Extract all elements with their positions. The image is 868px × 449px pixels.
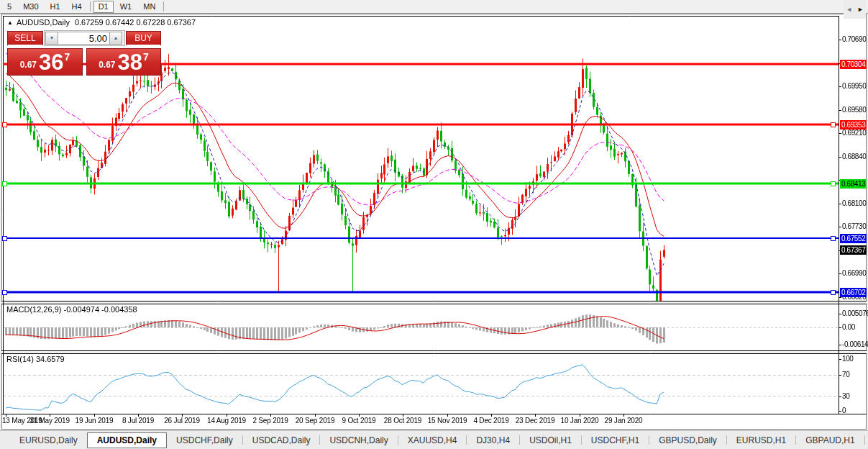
price-tick-label: 0.70690: [842, 35, 866, 44]
timeframe-button-h1[interactable]: H1: [45, 1, 65, 13]
price-badge-0.67552: 0.67552: [840, 234, 867, 243]
chart-tab-usdchf-daily[interactable]: USDCHF,Daily: [167, 433, 242, 448]
date-tick-label: 28 Oct 2019: [384, 417, 421, 425]
price-tick-label: 0.66990: [842, 269, 866, 278]
buy-button[interactable]: BUY: [126, 31, 161, 46]
collapse-panel-icon[interactable]: ▲: [7, 19, 13, 26]
date-tick-label: 26 Jul 2019: [164, 417, 200, 425]
date-tick-label: 31 May 2019: [29, 417, 70, 425]
price-tick-label: 0.69210: [842, 129, 866, 137]
tab-scroll-right-icon[interactable]: ►: [857, 6, 864, 13]
chart-tab-usd[interactable]: USD: [865, 433, 868, 448]
chart-symbol-label: AUDUSD,Daily: [17, 18, 70, 27]
price-tick-label: 0.68840: [842, 153, 866, 161]
tab-scroll-left-icon[interactable]: ◄: [846, 6, 852, 13]
macd-axis-label: 0.005076: [842, 309, 868, 318]
chart-tab-usdchf-h1[interactable]: USDCHF,H1: [582, 433, 649, 448]
rsi-axis-label: 70: [842, 371, 849, 379]
date-tick-label: 29 Jan 2020: [605, 417, 643, 425]
chart-ohlc-values: 0.67259 0.67442 0.67228 0.67367: [75, 18, 196, 27]
chart-title: ▲AUDUSD,Daily0.67259 0.67442 0.67228 0.6…: [7, 18, 196, 27]
price-badge-0.68413: 0.68413: [840, 179, 867, 189]
date-tick-label: 14 Aug 2019: [207, 417, 246, 425]
date-tick-label: 15 Nov 2019: [428, 417, 467, 425]
date-tick-label: 23 Dec 2019: [516, 417, 555, 425]
price-tick-label: 0.68100: [842, 199, 866, 208]
chart-tab-xauusd-h4[interactable]: XAUUSD,H4: [398, 433, 467, 448]
chart-tab-eurusd-h1[interactable]: EURUSD,H1: [727, 433, 795, 448]
price-badge-0.69353: 0.69353: [840, 120, 867, 130]
volume-stepper: ▼ ▲: [44, 30, 125, 46]
sell-button[interactable]: SELL: [7, 31, 43, 46]
toolbar-separator: [90, 1, 91, 12]
chart-tab-usdcnh-daily[interactable]: USDCNH,Daily: [320, 433, 397, 448]
price-tick-label: 0.67730: [842, 222, 866, 231]
chart-tab-audusd-daily[interactable]: AUDUSD,Daily: [87, 432, 167, 448]
timeframe-button-5[interactable]: 5: [2, 1, 17, 13]
rsi-axis-label: 30: [842, 392, 849, 401]
date-tick-label: 19 Jun 2019: [76, 417, 114, 425]
timeframe-button-m30[interactable]: M30: [18, 1, 43, 13]
buy-price-sup: 7: [143, 51, 149, 63]
tab-scroll-arrows: ◄ ►: [844, 0, 866, 19]
price-tick-label: 0.69580: [842, 106, 866, 114]
date-tick-label: 4 Dec 2019: [473, 417, 508, 425]
timeframe-button-mn[interactable]: MN: [138, 1, 160, 13]
chart-tab-bar: EURUSD,DailyAUDUSD,DailyUSDCHF,DailyUSDC…: [0, 430, 868, 449]
buy-price-box[interactable]: 0.67 38 7: [86, 48, 161, 76]
buy-price-big: 38: [118, 52, 142, 73]
sell-price-box[interactable]: 0.67 36 7: [7, 48, 83, 76]
chart-tab-eurusd-daily[interactable]: EURUSD,Daily: [10, 433, 87, 448]
date-tick-label: 10 Jan 2020: [561, 417, 599, 425]
volume-input[interactable]: [58, 32, 109, 45]
timeframe-toolbar: 5M30H1H4D1W1MN: [0, 0, 868, 14]
date-tick-label: 9 Oct 2019: [342, 417, 376, 425]
sell-price-big: 36: [39, 52, 63, 73]
rsi-label: RSI(14) 34.6579: [6, 355, 65, 363]
chart-tab-usdoil-h1[interactable]: USDOil,H1: [520, 433, 581, 448]
buy-price-prefix: 0.67: [99, 60, 115, 70]
chart-tab-dj30-h4[interactable]: DJ30,H4: [467, 433, 519, 448]
price-badge-0.66702: 0.66702: [840, 288, 867, 297]
sell-price-sup: 7: [65, 51, 70, 63]
timeframe-button-h4[interactable]: H4: [67, 1, 87, 13]
macd-axis-label: 0.00: [842, 323, 855, 332]
macd-axis-label: -0.006148: [842, 340, 868, 349]
rsi-axis-label: 0: [842, 407, 846, 415]
trading-platform: 5M30H1H4D1W1MN ▲AUDUSD,Daily0.67259 0.67…: [0, 0, 868, 449]
timeframe-button-w1[interactable]: W1: [115, 1, 137, 13]
chart-tab-usdcad-daily[interactable]: USDCAD,Daily: [243, 433, 320, 448]
toolbar-separator: [163, 1, 164, 12]
rsi-axis-label: 100: [842, 355, 854, 363]
date-tick-label: 20 Sep 2019: [296, 417, 335, 425]
chart-tab-gbpaud-h1[interactable]: GBPAUD,H1: [796, 433, 864, 448]
chart-tab-gbpusd-daily[interactable]: GBPUSD,Daily: [649, 433, 726, 448]
timeframe-button-d1[interactable]: D1: [93, 1, 114, 13]
date-tick-label: 2 Sep 2019: [252, 417, 288, 425]
price-tick-label: 0.69950: [842, 82, 866, 91]
volume-decrease-button[interactable]: ▼: [45, 32, 58, 45]
price-badge-0.67367: 0.67367: [840, 245, 867, 255]
price-badge-0.70304: 0.70304: [840, 60, 867, 69]
date-tick-label: 8 Jul 2019: [122, 417, 154, 425]
volume-increase-button[interactable]: ▲: [109, 32, 122, 45]
sell-price-prefix: 0.67: [20, 60, 37, 70]
macd-label: MACD(12,26,9) -0.004974 -0.004358: [6, 305, 137, 314]
